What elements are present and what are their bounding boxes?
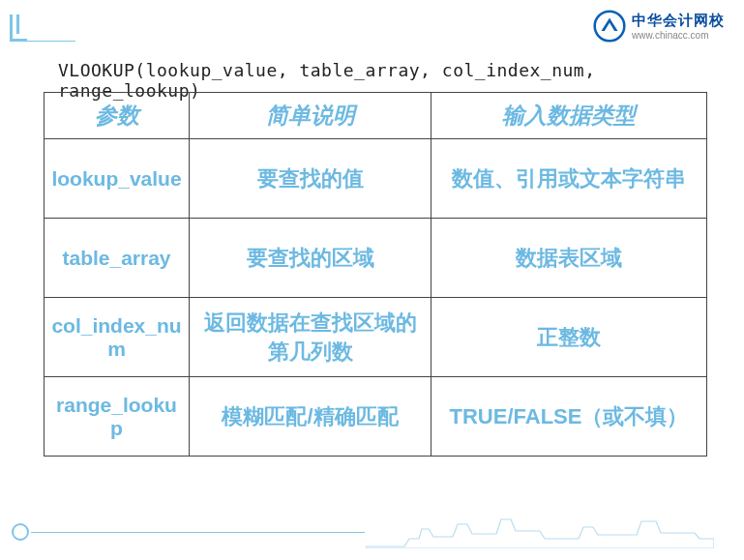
logo-url: www.chinacc.com — [632, 30, 725, 41]
table-row: lookup_value 要查找的值 数值、引用或文本字符串 — [45, 139, 707, 219]
cell-desc: 要查找的值 — [190, 139, 432, 219]
cell-desc: 返回数据在查找区域的第几列数 — [190, 298, 432, 377]
table-row: table_array 要查找的区域 数据表区域 — [45, 219, 707, 298]
header-type: 输入数据类型 — [432, 93, 707, 139]
brand-logo: 中华会计网校 www.chinacc.com — [593, 10, 725, 43]
cell-type: 数据表区域 — [432, 219, 707, 298]
decorative-corner — [10, 15, 27, 42]
logo-title: 中华会计网校 — [632, 12, 725, 30]
decorative-circle — [12, 523, 29, 541]
cell-param: range_lookup — [45, 377, 190, 457]
cell-type: 数值、引用或文本字符串 — [432, 139, 707, 219]
table-row: col_index_num 返回数据在查找区域的第几列数 正整数 — [45, 298, 707, 377]
cell-desc: 模糊匹配/精确匹配 — [190, 377, 432, 457]
decorative-top-line — [27, 41, 75, 42]
table-header-row: 参数 简单说明 输入数据类型 — [45, 93, 707, 139]
cell-param: table_array — [45, 219, 190, 298]
params-table: 参数 简单说明 输入数据类型 lookup_value 要查找的值 数值、引用或… — [44, 92, 707, 457]
cell-desc: 要查找的区域 — [190, 219, 432, 298]
cell-type: TRUE/FALSE（或不填） — [432, 377, 707, 457]
skyline-icon — [366, 510, 714, 548]
cell-type: 正整数 — [432, 298, 707, 377]
logo-icon — [593, 10, 626, 43]
cell-param: col_index_num — [45, 298, 190, 377]
cell-param: lookup_value — [45, 139, 190, 219]
header-param: 参数 — [45, 93, 190, 139]
header-desc: 简单说明 — [190, 93, 432, 139]
decorative-bottom-line — [31, 532, 365, 533]
table-row: range_lookup 模糊匹配/精确匹配 TRUE/FALSE（或不填） — [45, 377, 707, 457]
